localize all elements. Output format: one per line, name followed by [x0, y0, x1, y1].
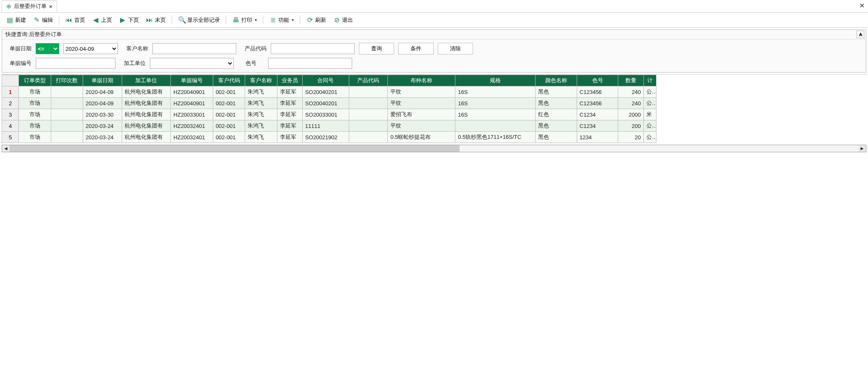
cell[interactable]: 0.5蜈蚣纱提花布	[388, 132, 455, 143]
next-page-button[interactable]: ▶ 下页	[116, 15, 141, 25]
column-header[interactable]: 合同号	[303, 75, 349, 86]
tab-close-icon[interactable]: ×	[49, 3, 52, 10]
row-number[interactable]: 2	[2, 98, 19, 109]
prev-page-button[interactable]: ◀ 上页	[89, 15, 115, 25]
column-header[interactable]: 布种名称	[388, 75, 455, 86]
cell[interactable]: 黑色	[536, 86, 577, 98]
row-number[interactable]: 1	[2, 86, 19, 98]
horizontal-scrollbar[interactable]: ◄ ►	[2, 145, 866, 152]
scroll-track[interactable]	[10, 145, 858, 152]
showall-button[interactable]: 🔍 显示全部记录	[175, 15, 222, 25]
column-header[interactable]: 打印次数	[51, 75, 83, 86]
cell[interactable]: SO20040201	[303, 98, 349, 109]
row-number[interactable]: 4	[2, 120, 19, 132]
cell[interactable]: 2020-04-09	[83, 86, 122, 98]
cell[interactable]: C1234	[577, 120, 618, 132]
cell[interactable]: 2020-04-09	[83, 98, 122, 109]
function-button[interactable]: ≣ 功能 ▾	[267, 15, 296, 25]
cell[interactable]: 市场	[19, 120, 51, 132]
column-header[interactable]: 单据日期	[83, 75, 122, 86]
cell[interactable]: 李延军	[277, 109, 302, 120]
cell[interactable]: 公斤	[643, 98, 656, 109]
cell[interactable]: 朱鸿飞	[245, 86, 277, 98]
cell[interactable]	[51, 132, 83, 143]
row-number[interactable]: 5	[2, 132, 19, 143]
customer-name-input[interactable]	[152, 43, 236, 54]
process-unit-select[interactable]	[150, 58, 234, 69]
cell[interactable]	[349, 132, 388, 143]
column-header[interactable]: 产品代码	[349, 75, 388, 86]
cell[interactable]: 2000	[618, 109, 643, 120]
cell[interactable]: 002-001	[213, 132, 245, 143]
cell[interactable]: 朱鸿飞	[245, 120, 277, 132]
cell[interactable]: 公斤	[643, 86, 656, 98]
cell[interactable]: 朱鸿飞	[245, 109, 277, 120]
cell[interactable]	[51, 98, 83, 109]
cell[interactable]: 平纹	[388, 98, 455, 109]
bill-no-input[interactable]	[36, 58, 115, 69]
cell[interactable]	[51, 120, 83, 132]
scroll-thumb[interactable]	[10, 145, 460, 152]
color-no-input[interactable]	[268, 58, 352, 69]
print-button[interactable]: 🖶 打印 ▾	[230, 16, 259, 25]
cell[interactable]: 公斤	[643, 120, 656, 132]
row-number[interactable]: 3	[2, 109, 19, 120]
scroll-left-arrow[interactable]: ◄	[2, 145, 10, 152]
cell[interactable]: 1234	[577, 132, 618, 143]
cell[interactable]: 杭州电化集团有	[122, 86, 171, 98]
column-header[interactable]: 单据编号	[171, 75, 213, 86]
condition-button[interactable]: 条件	[398, 43, 434, 55]
column-header[interactable]: 规格	[455, 75, 536, 86]
cell[interactable]	[51, 109, 83, 120]
cell[interactable]: 11111	[303, 120, 349, 132]
cell[interactable]: C1234	[577, 109, 618, 120]
column-header[interactable]: 色号	[577, 75, 618, 86]
cell[interactable]	[455, 120, 536, 132]
cell[interactable]: 李延军	[277, 120, 302, 132]
tabbar-close-icon[interactable]: ✕	[859, 2, 865, 10]
cell[interactable]: 16S	[455, 86, 536, 98]
cell[interactable]: 杭州电化集团有	[122, 120, 171, 132]
cell[interactable]	[349, 109, 388, 120]
cell[interactable]: 朱鸿飞	[245, 98, 277, 109]
cell[interactable]: 002-001	[213, 120, 245, 132]
column-header[interactable]: 客户名称	[245, 75, 277, 86]
cell[interactable]: 0.5轨纱黑色1711+16S/TC	[455, 132, 536, 143]
cell[interactable]: 20	[618, 132, 643, 143]
cell[interactable]	[349, 120, 388, 132]
cell[interactable]: 李延军	[277, 98, 302, 109]
column-header[interactable]: 客户代码	[213, 75, 245, 86]
cell[interactable]: 002-001	[213, 86, 245, 98]
collapse-button[interactable]: ⮝	[857, 31, 864, 38]
cell[interactable]: 爱招飞布	[388, 109, 455, 120]
cell[interactable]: SO20021902	[303, 132, 349, 143]
cell[interactable]: C123456	[577, 98, 618, 109]
column-header[interactable]: 数量	[618, 75, 643, 86]
product-code-input[interactable]	[271, 43, 355, 54]
column-header[interactable]	[2, 75, 19, 86]
data-grid[interactable]: 订单类型打印次数单据日期加工单位单据编号客户代码客户名称业务员合同号产品代码布种…	[2, 75, 656, 143]
cell[interactable]: 平纹	[388, 86, 455, 98]
column-header[interactable]: 业务员	[277, 75, 302, 86]
cell[interactable]: 平纹	[388, 120, 455, 132]
table-row[interactable]: 4市场2020-03-24杭州电化集团有HZ20032401002-001朱鸿飞…	[2, 120, 656, 132]
cell[interactable]	[51, 86, 83, 98]
clear-button[interactable]: 清除	[438, 43, 473, 55]
cell[interactable]: 黑色	[536, 132, 577, 143]
cell[interactable]: 市场	[19, 132, 51, 143]
first-page-button[interactable]: ⏮ 首页	[63, 16, 88, 25]
cell[interactable]: HZ20040901	[171, 98, 213, 109]
cell[interactable]: 黑色	[536, 98, 577, 109]
cell[interactable]: 朱鸿飞	[245, 132, 277, 143]
cell[interactable]	[349, 98, 388, 109]
table-row[interactable]: 2市场2020-04-09杭州电化集团有HZ20040901002-001朱鸿飞…	[2, 98, 656, 109]
cell[interactable]: 公斤	[643, 132, 656, 143]
column-header[interactable]: 加工单位	[122, 75, 171, 86]
table-row[interactable]: 3市场2020-03-30杭州电化集团有HZ20033001002-001朱鸿飞…	[2, 109, 656, 120]
refresh-button[interactable]: ⟳ 刷新	[303, 15, 329, 25]
scroll-right-arrow[interactable]: ►	[858, 145, 866, 152]
cell[interactable]: C123456	[577, 86, 618, 98]
cell[interactable]: 16S	[455, 109, 536, 120]
cell[interactable]: SO20040201	[303, 86, 349, 98]
cell[interactable]: 市场	[19, 109, 51, 120]
